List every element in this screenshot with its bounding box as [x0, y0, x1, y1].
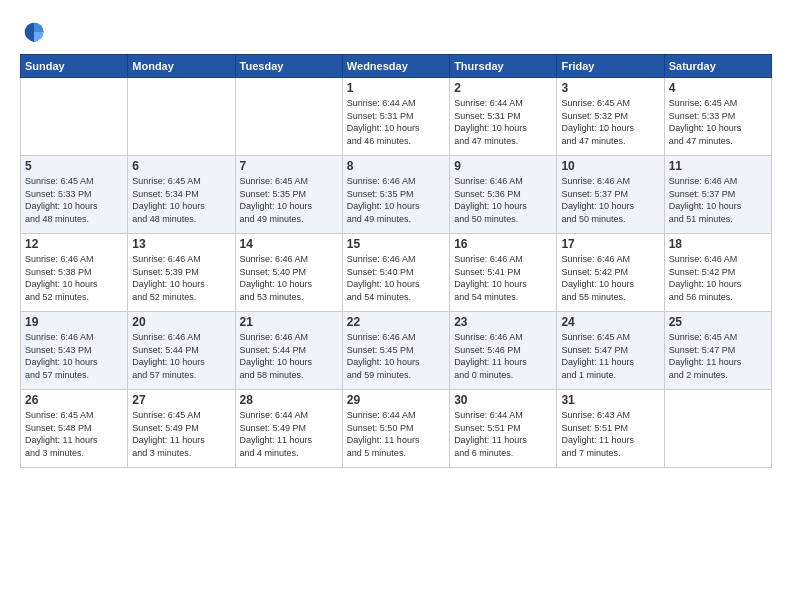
calendar-cell: 10Sunrise: 6:46 AM Sunset: 5:37 PM Dayli…	[557, 156, 664, 234]
day-number: 18	[669, 237, 767, 251]
day-number: 10	[561, 159, 659, 173]
calendar-cell: 7Sunrise: 6:45 AM Sunset: 5:35 PM Daylig…	[235, 156, 342, 234]
day-info: Sunrise: 6:44 AM Sunset: 5:31 PM Dayligh…	[347, 97, 445, 147]
calendar-cell: 15Sunrise: 6:46 AM Sunset: 5:40 PM Dayli…	[342, 234, 449, 312]
calendar-cell: 27Sunrise: 6:45 AM Sunset: 5:49 PM Dayli…	[128, 390, 235, 468]
calendar-cell: 17Sunrise: 6:46 AM Sunset: 5:42 PM Dayli…	[557, 234, 664, 312]
calendar-cell: 20Sunrise: 6:46 AM Sunset: 5:44 PM Dayli…	[128, 312, 235, 390]
calendar-cell: 29Sunrise: 6:44 AM Sunset: 5:50 PM Dayli…	[342, 390, 449, 468]
week-row-5: 26Sunrise: 6:45 AM Sunset: 5:48 PM Dayli…	[21, 390, 772, 468]
calendar-cell: 23Sunrise: 6:46 AM Sunset: 5:46 PM Dayli…	[450, 312, 557, 390]
calendar-cell: 3Sunrise: 6:45 AM Sunset: 5:32 PM Daylig…	[557, 78, 664, 156]
day-number: 23	[454, 315, 552, 329]
day-number: 19	[25, 315, 123, 329]
day-info: Sunrise: 6:44 AM Sunset: 5:50 PM Dayligh…	[347, 409, 445, 459]
calendar-cell: 9Sunrise: 6:46 AM Sunset: 5:36 PM Daylig…	[450, 156, 557, 234]
weekday-header-friday: Friday	[557, 55, 664, 78]
day-info: Sunrise: 6:46 AM Sunset: 5:35 PM Dayligh…	[347, 175, 445, 225]
day-number: 5	[25, 159, 123, 173]
day-info: Sunrise: 6:46 AM Sunset: 5:43 PM Dayligh…	[25, 331, 123, 381]
day-number: 6	[132, 159, 230, 173]
page: SundayMondayTuesdayWednesdayThursdayFrid…	[0, 0, 792, 612]
week-row-2: 5Sunrise: 6:45 AM Sunset: 5:33 PM Daylig…	[21, 156, 772, 234]
day-info: Sunrise: 6:46 AM Sunset: 5:39 PM Dayligh…	[132, 253, 230, 303]
calendar-cell: 22Sunrise: 6:46 AM Sunset: 5:45 PM Dayli…	[342, 312, 449, 390]
day-number: 30	[454, 393, 552, 407]
calendar-cell: 30Sunrise: 6:44 AM Sunset: 5:51 PM Dayli…	[450, 390, 557, 468]
day-info: Sunrise: 6:45 AM Sunset: 5:32 PM Dayligh…	[561, 97, 659, 147]
day-number: 3	[561, 81, 659, 95]
calendar-cell: 2Sunrise: 6:44 AM Sunset: 5:31 PM Daylig…	[450, 78, 557, 156]
day-number: 25	[669, 315, 767, 329]
day-info: Sunrise: 6:45 AM Sunset: 5:35 PM Dayligh…	[240, 175, 338, 225]
day-info: Sunrise: 6:46 AM Sunset: 5:44 PM Dayligh…	[132, 331, 230, 381]
day-info: Sunrise: 6:46 AM Sunset: 5:46 PM Dayligh…	[454, 331, 552, 381]
day-info: Sunrise: 6:44 AM Sunset: 5:49 PM Dayligh…	[240, 409, 338, 459]
day-number: 22	[347, 315, 445, 329]
weekday-header-sunday: Sunday	[21, 55, 128, 78]
day-info: Sunrise: 6:45 AM Sunset: 5:48 PM Dayligh…	[25, 409, 123, 459]
day-number: 13	[132, 237, 230, 251]
day-number: 16	[454, 237, 552, 251]
week-row-4: 19Sunrise: 6:46 AM Sunset: 5:43 PM Dayli…	[21, 312, 772, 390]
calendar-cell: 13Sunrise: 6:46 AM Sunset: 5:39 PM Dayli…	[128, 234, 235, 312]
day-info: Sunrise: 6:46 AM Sunset: 5:38 PM Dayligh…	[25, 253, 123, 303]
calendar-cell: 16Sunrise: 6:46 AM Sunset: 5:41 PM Dayli…	[450, 234, 557, 312]
day-info: Sunrise: 6:44 AM Sunset: 5:31 PM Dayligh…	[454, 97, 552, 147]
calendar-cell: 28Sunrise: 6:44 AM Sunset: 5:49 PM Dayli…	[235, 390, 342, 468]
calendar-cell: 1Sunrise: 6:44 AM Sunset: 5:31 PM Daylig…	[342, 78, 449, 156]
calendar-cell: 8Sunrise: 6:46 AM Sunset: 5:35 PM Daylig…	[342, 156, 449, 234]
weekday-header-tuesday: Tuesday	[235, 55, 342, 78]
header	[20, 18, 772, 46]
day-number: 17	[561, 237, 659, 251]
day-number: 28	[240, 393, 338, 407]
day-info: Sunrise: 6:45 AM Sunset: 5:33 PM Dayligh…	[669, 97, 767, 147]
calendar-cell: 12Sunrise: 6:46 AM Sunset: 5:38 PM Dayli…	[21, 234, 128, 312]
calendar-cell: 5Sunrise: 6:45 AM Sunset: 5:33 PM Daylig…	[21, 156, 128, 234]
day-info: Sunrise: 6:45 AM Sunset: 5:34 PM Dayligh…	[132, 175, 230, 225]
week-row-3: 12Sunrise: 6:46 AM Sunset: 5:38 PM Dayli…	[21, 234, 772, 312]
day-number: 20	[132, 315, 230, 329]
calendar-cell	[235, 78, 342, 156]
calendar-cell: 19Sunrise: 6:46 AM Sunset: 5:43 PM Dayli…	[21, 312, 128, 390]
calendar-cell	[664, 390, 771, 468]
calendar-body: 1Sunrise: 6:44 AM Sunset: 5:31 PM Daylig…	[21, 78, 772, 468]
day-number: 9	[454, 159, 552, 173]
day-number: 1	[347, 81, 445, 95]
day-number: 24	[561, 315, 659, 329]
calendar-cell: 14Sunrise: 6:46 AM Sunset: 5:40 PM Dayli…	[235, 234, 342, 312]
day-info: Sunrise: 6:46 AM Sunset: 5:37 PM Dayligh…	[669, 175, 767, 225]
day-info: Sunrise: 6:46 AM Sunset: 5:44 PM Dayligh…	[240, 331, 338, 381]
day-info: Sunrise: 6:46 AM Sunset: 5:40 PM Dayligh…	[240, 253, 338, 303]
day-info: Sunrise: 6:45 AM Sunset: 5:47 PM Dayligh…	[561, 331, 659, 381]
day-number: 11	[669, 159, 767, 173]
logo	[20, 18, 52, 46]
day-number: 12	[25, 237, 123, 251]
calendar-cell: 26Sunrise: 6:45 AM Sunset: 5:48 PM Dayli…	[21, 390, 128, 468]
calendar-cell: 11Sunrise: 6:46 AM Sunset: 5:37 PM Dayli…	[664, 156, 771, 234]
calendar-cell: 18Sunrise: 6:46 AM Sunset: 5:42 PM Dayli…	[664, 234, 771, 312]
calendar-cell	[21, 78, 128, 156]
calendar-cell: 24Sunrise: 6:45 AM Sunset: 5:47 PM Dayli…	[557, 312, 664, 390]
day-info: Sunrise: 6:46 AM Sunset: 5:42 PM Dayligh…	[669, 253, 767, 303]
calendar-cell: 25Sunrise: 6:45 AM Sunset: 5:47 PM Dayli…	[664, 312, 771, 390]
calendar-cell: 31Sunrise: 6:43 AM Sunset: 5:51 PM Dayli…	[557, 390, 664, 468]
calendar-cell: 21Sunrise: 6:46 AM Sunset: 5:44 PM Dayli…	[235, 312, 342, 390]
logo-icon	[20, 18, 48, 46]
day-info: Sunrise: 6:46 AM Sunset: 5:36 PM Dayligh…	[454, 175, 552, 225]
weekday-row: SundayMondayTuesdayWednesdayThursdayFrid…	[21, 55, 772, 78]
calendar-table: SundayMondayTuesdayWednesdayThursdayFrid…	[20, 54, 772, 468]
weekday-header-monday: Monday	[128, 55, 235, 78]
day-info: Sunrise: 6:44 AM Sunset: 5:51 PM Dayligh…	[454, 409, 552, 459]
weekday-header-wednesday: Wednesday	[342, 55, 449, 78]
day-number: 7	[240, 159, 338, 173]
day-number: 4	[669, 81, 767, 95]
day-info: Sunrise: 6:46 AM Sunset: 5:41 PM Dayligh…	[454, 253, 552, 303]
day-info: Sunrise: 6:45 AM Sunset: 5:49 PM Dayligh…	[132, 409, 230, 459]
day-number: 27	[132, 393, 230, 407]
week-row-1: 1Sunrise: 6:44 AM Sunset: 5:31 PM Daylig…	[21, 78, 772, 156]
day-info: Sunrise: 6:46 AM Sunset: 5:42 PM Dayligh…	[561, 253, 659, 303]
day-info: Sunrise: 6:46 AM Sunset: 5:37 PM Dayligh…	[561, 175, 659, 225]
day-number: 14	[240, 237, 338, 251]
day-info: Sunrise: 6:46 AM Sunset: 5:45 PM Dayligh…	[347, 331, 445, 381]
